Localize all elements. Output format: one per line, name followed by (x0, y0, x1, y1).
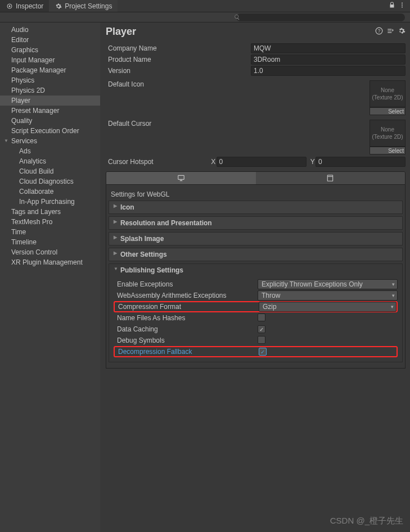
enable-exceptions-dropdown[interactable]: Explicitly Thrown Exceptions Only (258, 279, 398, 289)
sidebar-item-iap[interactable]: In-App Purchasing (0, 197, 100, 207)
sidebar-item-cloud-build[interactable]: Cloud Build (0, 166, 100, 176)
sidebar-item-xr[interactable]: XR Plugin Management (0, 257, 100, 267)
sidebar-item-services[interactable]: Services (0, 136, 100, 146)
sidebar-item-audio[interactable]: Audio (0, 25, 100, 35)
sidebar-item-version-control[interactable]: Version Control (0, 247, 100, 257)
version-label: Version (106, 67, 251, 75)
sidebar-item-physics-2d[interactable]: Physics 2D (0, 85, 100, 96)
default-icon-label: Default Icon (106, 80, 251, 115)
data-caching-label: Data Caching (114, 325, 258, 333)
settings-sidebar: Audio Editor Graphics Input Manager Pack… (0, 22, 100, 532)
sidebar-item-textmesh[interactable]: TextMesh Pro (0, 217, 100, 227)
menu-icon[interactable] (399, 2, 406, 10)
foldout-icon: Icon (109, 201, 403, 214)
data-caching-checkbox[interactable] (258, 325, 265, 333)
decompression-checkbox[interactable] (259, 348, 267, 356)
name-files-checkbox[interactable] (258, 313, 265, 321)
sidebar-item-quality[interactable]: Quality (0, 116, 100, 126)
foldout-publishing-header[interactable]: Publishing Settings (109, 264, 402, 276)
tab-project-settings[interactable]: Project Settings (49, 0, 118, 12)
name-files-label: Name Files As Hashes (114, 314, 258, 322)
sidebar-item-editor[interactable]: Editor (0, 35, 100, 45)
debug-symbols-label: Debug Symbols (114, 337, 258, 344)
tab-label: Inspector (16, 2, 43, 10)
page-title: Player (106, 26, 375, 38)
version-input[interactable] (251, 66, 406, 76)
foldout-other: Other Settings (109, 248, 403, 261)
default-icon-select[interactable]: Select (370, 107, 406, 115)
sidebar-item-script-execution[interactable]: Script Execution Order (0, 126, 100, 136)
compression-label: Compression Format (115, 303, 259, 311)
webgl-icon (326, 174, 334, 182)
search-bar (0, 12, 410, 22)
default-cursor-well[interactable]: None (Texture 2D) (370, 120, 406, 147)
cursor-y-input[interactable] (316, 157, 406, 167)
foldout-publishing: Publishing Settings Enable Exceptions Ex… (109, 263, 403, 362)
svg-text:?: ? (378, 29, 381, 34)
inspector-icon (6, 2, 13, 10)
search-icon (234, 14, 240, 22)
sidebar-item-analytics[interactable]: Analytics (0, 156, 100, 166)
product-name-input[interactable] (251, 54, 406, 65)
wasm-dropdown[interactable]: Throw (258, 290, 398, 301)
sidebar-item-player[interactable]: Player (0, 96, 100, 106)
default-icon-well[interactable]: None (Texture 2D) (370, 80, 406, 107)
compression-dropdown[interactable]: Gzip (259, 302, 397, 312)
svg-point-3 (402, 4, 403, 6)
svg-rect-8 (328, 175, 333, 181)
foldout-resolution-header[interactable]: Resolution and Presentation (109, 217, 402, 229)
decompression-row-highlight: Decompression Fallback (114, 346, 398, 357)
enable-exceptions-label: Enable Exceptions (114, 280, 258, 288)
sidebar-item-tags-layers[interactable]: Tags and Layers (0, 207, 100, 217)
foldout-splash-header[interactable]: Splash Image (109, 233, 402, 245)
debug-symbols-checkbox[interactable] (258, 336, 265, 344)
cursor-hotspot-label: Cursor Hotspot (106, 158, 210, 166)
decompression-label: Decompression Fallback (115, 348, 259, 356)
sidebar-item-collaborate[interactable]: Collaborate (0, 187, 100, 197)
svg-point-4 (402, 7, 403, 8)
preset-icon[interactable] (386, 27, 394, 37)
platform-tab-webgl[interactable] (256, 172, 406, 184)
platform-tabs (106, 171, 406, 185)
company-name-label: Company Name (106, 44, 251, 52)
monitor-icon (177, 174, 186, 182)
platform-tab-standalone[interactable] (106, 172, 256, 184)
tab-label: Project Settings (65, 2, 112, 10)
foldout-other-header[interactable]: Other Settings (109, 248, 402, 261)
x-label: X (210, 158, 216, 166)
sidebar-item-timeline[interactable]: Timeline (0, 237, 100, 247)
cursor-x-input[interactable] (217, 157, 307, 167)
svg-point-2 (402, 3, 403, 4)
wasm-label: WebAssembly Arithmetic Exceptions (114, 292, 258, 299)
svg-point-1 (9, 5, 11, 7)
sidebar-item-physics[interactable]: Physics (0, 75, 100, 85)
gear-icon (55, 2, 62, 10)
default-cursor-label: Default Cursor (106, 120, 251, 154)
sidebar-item-preset-manager[interactable]: Preset Manager (0, 106, 100, 116)
tab-inspector[interactable]: Inspector (0, 0, 49, 12)
sidebar-item-time[interactable]: Time (0, 227, 100, 237)
sidebar-item-input-manager[interactable]: Input Manager (0, 55, 100, 65)
sidebar-item-package-manager[interactable]: Package Manager (0, 65, 100, 75)
sidebar-item-ads[interactable]: Ads (0, 146, 100, 156)
platform-settings: Settings for WebGL Icon Resolution and P… (106, 185, 406, 369)
tab-bar-actions (389, 2, 410, 10)
sidebar-item-graphics[interactable]: Graphics (0, 45, 100, 55)
default-cursor-select[interactable]: Select (370, 147, 406, 154)
search-input[interactable] (236, 13, 405, 21)
foldout-resolution: Resolution and Presentation (109, 216, 403, 230)
foldout-splash: Splash Image (109, 232, 403, 245)
gear-icon[interactable] (398, 27, 406, 37)
sidebar-item-cloud-diagnostics[interactable]: Cloud Diagnostics (0, 176, 100, 187)
compression-row-highlight: Compression Format Gzip (114, 301, 398, 312)
content-pane: Player ? Company Name Product Name Versi… (100, 22, 410, 532)
tab-bar: Inspector Project Settings (0, 0, 410, 12)
product-name-label: Product Name (106, 56, 251, 63)
lock-icon[interactable] (389, 2, 395, 10)
watermark: CSDN @_橙子先生 (330, 516, 403, 526)
company-name-input[interactable] (251, 43, 406, 53)
help-icon[interactable]: ? (375, 27, 383, 37)
svg-rect-7 (178, 175, 184, 179)
foldout-icon-header[interactable]: Icon (109, 201, 402, 213)
y-label: Y (310, 158, 316, 166)
